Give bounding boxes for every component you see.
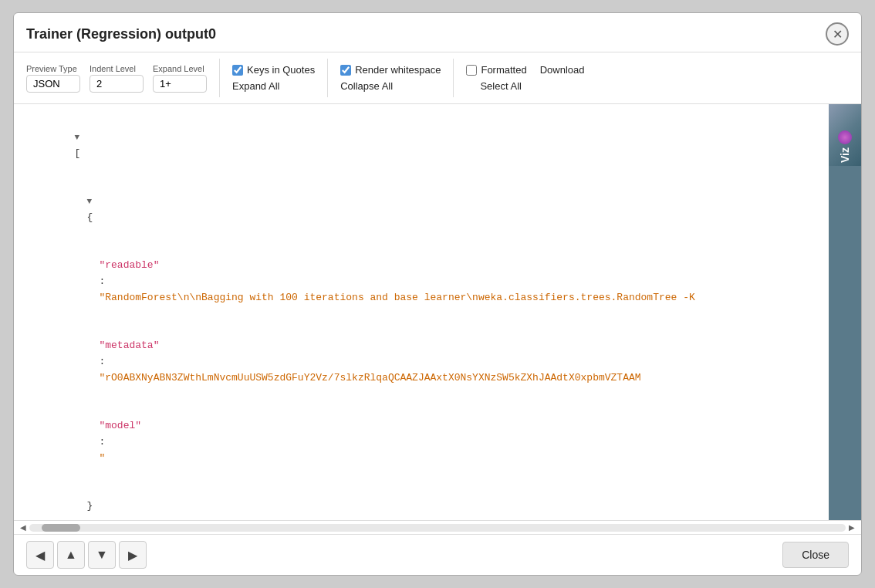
nav-first-button[interactable]: ◀	[26, 541, 54, 569]
modal-title: Trainer (Regression) output0	[26, 26, 216, 42]
modal-window: Trainer (Regression) output0 ✕ Preview T…	[13, 12, 862, 576]
keys-in-quotes-label: Keys in Quotes	[247, 64, 315, 76]
expand-level-select[interactable]: 0 1 1+ 2 All	[153, 75, 207, 93]
render-whitespace-group: Render whitespace Collapse All	[340, 64, 441, 92]
json-line-close-brace: }	[26, 482, 816, 520]
expand-level-select-wrapper: 0 1 1+ 2 All	[153, 75, 207, 93]
preview-type-select-wrapper: JSON XML CSV	[26, 75, 80, 93]
json-line-1: ▼ [	[26, 113, 816, 177]
json-line-model: "model" : "	[26, 402, 816, 482]
close-button[interactable]: Close	[782, 542, 849, 568]
model-key: "model"	[99, 420, 141, 431]
scroll-right-arrow[interactable]: ▶	[846, 523, 858, 532]
metadata-key: "metadata"	[99, 340, 159, 351]
expand-level-label: Expand Level	[153, 64, 207, 73]
horizontal-scrollbar[interactable]	[29, 524, 846, 532]
colon-3: :	[99, 436, 111, 448]
separator-1	[219, 59, 220, 97]
json-line-2: ▼ {	[26, 177, 816, 242]
keys-quotes-group: Keys in Quotes Expand All	[232, 64, 315, 92]
expand-all-row: Expand All	[232, 80, 315, 92]
viz-label[interactable]: Viz	[839, 147, 851, 163]
preview-type-group: Preview Type JSON XML CSV	[26, 64, 80, 93]
toggle-array[interactable]: ▼	[74, 133, 79, 142]
download-button[interactable]: Download	[540, 64, 585, 76]
colon-2: :	[99, 356, 111, 367]
modal-header: Trainer (Regression) output0 ✕	[14, 13, 861, 52]
separator-2	[327, 59, 328, 97]
separator-3	[453, 59, 454, 97]
open-brace: {	[86, 211, 93, 223]
collapse-all-row: Collapse All	[340, 80, 441, 92]
render-whitespace-label: Render whitespace	[355, 64, 441, 76]
footer: ◀ ▲ ▼ ▶ Close	[14, 534, 861, 575]
indent-level-select[interactable]: 1 2 3 4	[90, 75, 144, 93]
formatted-label: Formatted	[481, 64, 526, 76]
preview-type-select[interactable]: JSON XML CSV	[26, 75, 80, 93]
model-value: "	[99, 452, 105, 464]
expand-level-group: Expand Level 0 1 1+ 2 All	[153, 64, 207, 93]
formatted-group: Formatted Download Select All	[466, 64, 584, 92]
horizontal-scrollbar-area: ◀ ▶	[14, 520, 861, 534]
close-icon-button[interactable]: ✕	[826, 22, 849, 46]
readable-key: "readable"	[99, 259, 159, 271]
readable-value: "RandomForest\n\nBagging with 100 iterat…	[99, 292, 694, 303]
json-line-metadata: "metadata" : "rO0ABXNyABN3ZWthLmNvcmUuUS…	[26, 322, 816, 402]
viz-top: Viz	[829, 104, 861, 166]
close-brace: }	[86, 500, 93, 512]
json-display[interactable]: ▼ [ ▼ { "readable" : "RandomForest\n\nBa…	[14, 104, 829, 520]
indent-level-select-wrapper: 1 2 3 4	[90, 75, 144, 93]
nav-up-button[interactable]: ▲	[57, 541, 85, 569]
content-area: ▼ [ ▼ { "readable" : "RandomForest\n\nBa…	[14, 104, 861, 520]
select-all-button[interactable]: Select All	[480, 80, 521, 92]
toolbar: Preview Type JSON XML CSV Indent Level 1…	[14, 52, 861, 104]
render-whitespace-checkbox[interactable]	[340, 65, 351, 76]
render-whitespace-row: Render whitespace	[340, 64, 441, 76]
select-all-row: Select All	[466, 80, 584, 92]
preview-type-label: Preview Type	[26, 64, 80, 73]
indent-level-label: Indent Level	[90, 64, 144, 73]
nav-down-button[interactable]: ▼	[88, 541, 116, 569]
open-bracket: [	[74, 147, 80, 159]
scroll-left-arrow[interactable]: ◀	[17, 523, 29, 532]
metadata-value: "rO0ABXNyABN3ZWthLmNvcmUuUSW5zdGFuY2Vz/7…	[99, 372, 640, 384]
horizontal-scrollbar-thumb[interactable]	[42, 524, 80, 532]
toggle-object[interactable]: ▼	[86, 197, 92, 206]
nav-buttons: ◀ ▲ ▼ ▶	[26, 541, 147, 569]
nav-last-button[interactable]: ▶	[119, 541, 147, 569]
keys-in-quotes-row: Keys in Quotes	[232, 64, 315, 76]
collapse-all-button[interactable]: Collapse All	[340, 80, 393, 92]
keys-in-quotes-checkbox[interactable]	[232, 65, 243, 76]
formatted-checkbox[interactable]	[466, 65, 477, 76]
viz-panel: Viz	[829, 104, 861, 520]
formatted-row: Formatted Download	[466, 64, 584, 76]
json-line-readable: "readable" : "RandomForest\n\nBagging wi…	[26, 242, 816, 322]
viz-dot	[838, 130, 852, 144]
colon-1: :	[99, 275, 111, 287]
indent-level-group: Indent Level 1 2 3 4	[90, 64, 144, 93]
expand-all-button[interactable]: Expand All	[232, 80, 279, 92]
